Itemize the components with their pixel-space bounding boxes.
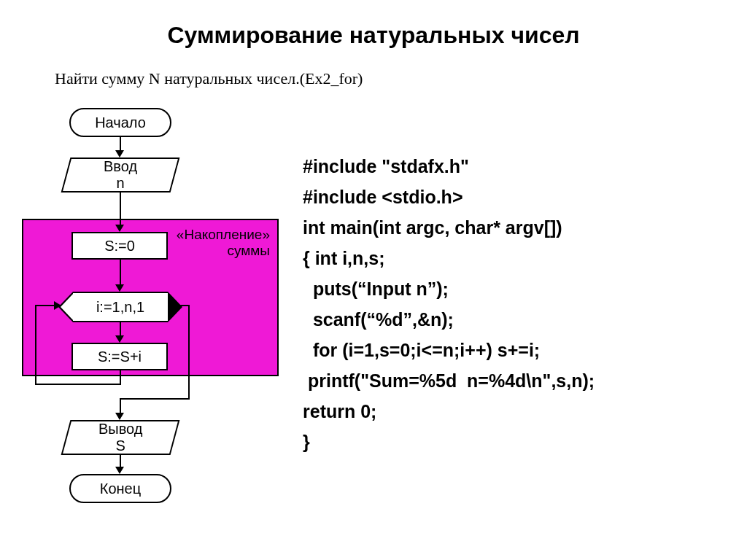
loop-node: i:=1,n,1 xyxy=(73,292,168,322)
output-label: Вывод S xyxy=(98,421,142,454)
code-line: #include "stdafx.h" xyxy=(303,156,469,176)
code-line: #include <stdio.h> xyxy=(303,187,463,207)
code-line: int main(int argc, char* argv[]) xyxy=(303,217,562,238)
body-node: S:=S+i xyxy=(71,343,168,370)
init-label: S:=0 xyxy=(104,238,135,254)
accumulation-label: «Накопление» суммы xyxy=(168,227,270,259)
code-line: return 0; xyxy=(303,401,376,421)
input-label: Ввод n xyxy=(104,158,137,192)
subtitle: Найти сумму N натуральных чисел.(Ex2_for… xyxy=(55,69,363,88)
page-title: Суммирование натуральных чисел xyxy=(0,22,747,49)
accum-label-line1: «Накопление» xyxy=(177,227,270,242)
code-line: puts(“Input n”); xyxy=(303,279,449,299)
accum-label-line2: суммы xyxy=(227,243,270,258)
end-label: Конец xyxy=(100,481,141,497)
code-line: { int i,n,s; xyxy=(303,248,385,268)
code-line: for (i=1,s=0;i<=n;i++) s+=i; xyxy=(303,340,540,360)
start-node: Начало xyxy=(69,108,171,137)
end-node: Конец xyxy=(69,474,171,503)
code-line: } xyxy=(303,432,310,452)
input-node: Ввод n xyxy=(61,158,180,192)
code-line: printf("Sum=%5d n=%4d\n",s,n); xyxy=(303,370,595,391)
init-node: S:=0 xyxy=(71,232,168,260)
code-block: #include "stdafx.h" #include <stdio.h> i… xyxy=(303,120,595,457)
output-node: Вывод S xyxy=(61,420,180,455)
body-label: S:=S+i xyxy=(98,349,142,365)
start-label: Начало xyxy=(95,114,146,131)
code-line: scanf(“%d”,&n); xyxy=(303,309,454,330)
loop-label: i:=1,n,1 xyxy=(96,299,144,316)
flowchart: «Накопление» суммы Начало Ввод n S:=0 i:… xyxy=(22,108,285,516)
